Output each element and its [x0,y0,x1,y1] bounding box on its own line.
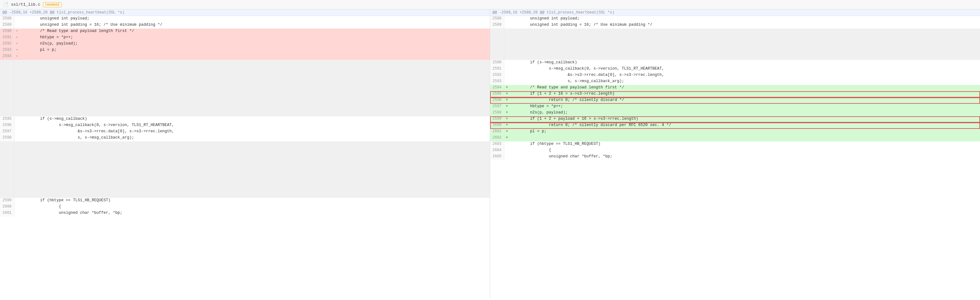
line-number [0,141,14,148]
left-pane[interactable]: @@ -2588,16 +2588,20 @@ tls1_process_hea… [0,10,490,298]
line-content: s->msg_callback(0, s->version, TLS1_RT_H… [509,66,980,72]
line-number [0,154,14,160]
diff-line [0,166,490,173]
hunk-header-right: @@ -2588,16 +2588,20 @@ tls1_process_hea… [490,10,980,16]
line-number: 2602 [490,135,504,141]
diff-line [0,97,490,104]
line-marker [504,60,509,66]
line-number [0,160,14,166]
diff-line: 2598 s, s->msg_callback_arg); [0,135,490,141]
line-content: /* Read type and payload length first */ [19,29,490,35]
diff-line: 2596 s->msg_callback(0, s->version, TLS1… [0,123,490,129]
line-number: 2600 [0,204,14,211]
line-content [19,185,490,191]
diff-line [0,191,490,198]
line-number [490,29,504,35]
line-marker [14,198,19,204]
diff-line [0,104,490,110]
diff-line [0,154,490,160]
line-number: 2596 [490,97,504,104]
line-marker: - [14,29,19,35]
line-marker [14,129,19,135]
line-number: 2592 [490,72,504,79]
line-number: 2601 [0,211,14,217]
line-content [509,54,980,60]
line-number [0,72,14,79]
line-number: 2588 [0,16,14,22]
line-number [0,148,14,154]
line-content: unsigned int payload; [19,16,490,22]
line-marker [14,166,19,173]
line-content: unsigned int payload; [509,16,980,22]
line-number [0,185,14,191]
line-content: if (hbtype == TLS1_HB_REQUEST) [19,198,490,204]
line-content: /* Read type and payload length first */ [509,85,980,91]
line-number [490,47,504,54]
diff-line [0,85,490,91]
line-number [490,35,504,41]
line-number: 2588 [490,16,504,22]
right-pane[interactable]: @@ -2588,16 +2588,20 @@ tls1_process_hea… [490,10,980,298]
line-marker [504,16,509,22]
line-marker [14,116,19,123]
line-content: if (1 + 2 + 16 > s->s3->rrec.length) [509,91,980,97]
line-number [0,166,14,173]
line-content [19,179,490,185]
line-content [19,104,490,110]
line-marker: + [504,85,509,91]
diff-line: 2594+ /* Read type and payload length fi… [490,85,980,91]
diff-line: 2601+ pl = p; [490,129,980,135]
line-content: unsigned int padding = 16; /* Use minimu… [509,22,980,29]
diff-line: 2599+ if (1 + 2 + payload + 16 > s->s3->… [490,116,980,123]
line-marker [504,141,509,148]
changed-badge: CHANGED [43,2,62,7]
line-marker: + [504,91,509,97]
diff-line: 2589 unsigned int padding = 16; /* Use m… [0,22,490,29]
line-number [0,97,14,104]
diff-line [0,141,490,148]
line-content [19,154,490,160]
line-marker [504,29,509,35]
line-number: 2595 [0,116,14,123]
diff-line: 2589 unsigned int padding = 16; /* Use m… [490,22,980,29]
line-number: 2597 [0,129,14,135]
line-content: s, s->msg_callback_arg); [19,135,490,141]
line-content [19,97,490,104]
line-content [19,85,490,91]
line-marker [14,179,19,185]
line-number [0,104,14,110]
line-marker: - [14,35,19,41]
line-number: 2595 [490,91,504,97]
diff-line: 2603 if (hbtype == TLS1_HB_REQUEST) [490,141,980,148]
line-marker: + [504,135,509,141]
line-content [19,173,490,179]
line-number [0,60,14,66]
line-marker [504,79,509,85]
line-marker: + [504,116,509,123]
line-marker: - [14,54,19,60]
line-content [19,160,490,166]
line-marker [14,141,19,148]
diff-line: 2598+ n2s(p, payload); [490,110,980,116]
line-content [19,191,490,198]
diff-line: 2605 unsigned char *buffer, *bp; [490,154,980,160]
diff-line: 2597 &s->s3->rrec.data[0], s->s3->rrec.l… [0,129,490,135]
diff-line [490,35,980,41]
line-marker: + [504,123,509,129]
line-content [509,135,980,141]
line-content: hbtype = *p++; [19,35,490,41]
diff-line: 2602+ [490,135,980,141]
line-marker [14,148,19,154]
line-content: if (s->msg_callback) [509,60,980,66]
line-number [490,54,504,60]
line-number: 2593 [490,79,504,85]
line-number [0,91,14,97]
line-marker [14,123,19,129]
line-content [19,91,490,97]
line-number: 2591 [0,35,14,41]
line-content: return 0; /* silently discard per RFC 65… [509,123,980,129]
diff-line: 2593- pl = p; [0,47,490,54]
line-number: 2605 [490,154,504,160]
line-number: 2598 [490,110,504,116]
line-number [0,179,14,185]
